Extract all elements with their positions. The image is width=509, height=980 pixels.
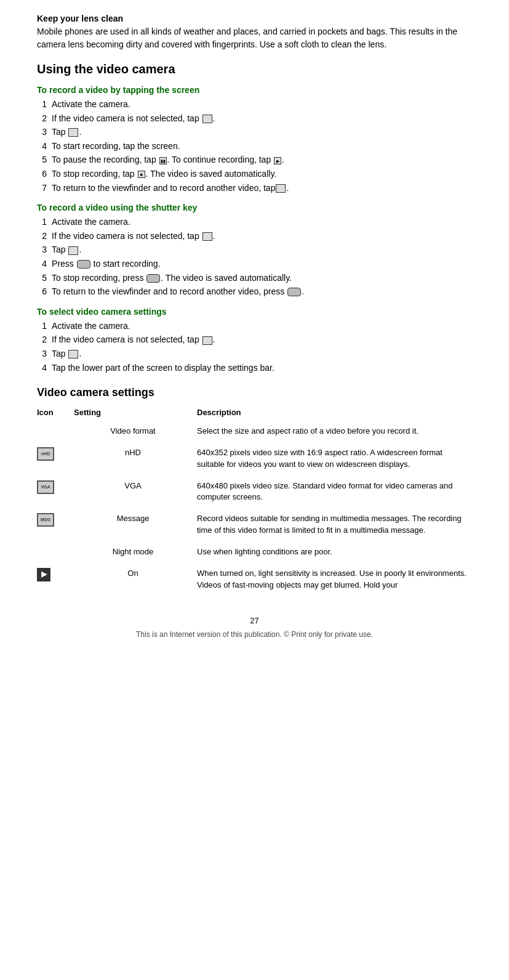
step-item: 5 To stop recording, press . The video i… — [37, 272, 472, 285]
table-row: MSG Message Record videos suitable for s… — [37, 509, 472, 543]
step-item: 2 If the video camera is not selected, t… — [37, 113, 472, 125]
row-description-vga: 640x480 pixels video size. Standard vide… — [197, 477, 472, 510]
section-title: Using the video camera — [37, 62, 472, 76]
pause-icon: ▮▮ — [159, 157, 167, 164]
shutter-button-icon — [77, 260, 90, 269]
table-row: nHD nHD 640x352 pixels video size with 1… — [37, 443, 472, 477]
step-item: 4 Press to start recording. — [37, 258, 472, 270]
steps-tapping: 1 Activate the camera. 2 If the video ca… — [37, 99, 472, 194]
row-icon-cell-nhd: nHD — [37, 443, 74, 477]
settings-table-title: Video camera settings — [37, 386, 472, 399]
step-item: 2 If the video camera is not selected, t… — [37, 230, 472, 243]
col-header-description: Description — [197, 405, 472, 422]
page-number: 27 — [37, 616, 472, 625]
video-icon-3 — [68, 350, 78, 358]
row-description-message: Record videos suitable for sending in mu… — [197, 509, 472, 543]
row-icon-cell-msg: MSG — [37, 509, 74, 543]
row-icon-cell — [37, 422, 74, 443]
step-item: 3 Tap . — [37, 126, 472, 139]
table-row: Video format Select the size and aspect … — [37, 422, 472, 443]
step-item: 6 To stop recording, tap ■. The video is… — [37, 168, 472, 180]
row-setting-name: Video format — [74, 422, 197, 443]
step-item: 1 Activate the camera. — [37, 320, 472, 333]
table-row: ▶ On When turned on, light sensitivity i… — [37, 564, 472, 597]
row-setting-vga: VGA — [74, 477, 197, 510]
step-item: 2 If the video camera is not selected, t… — [37, 334, 472, 346]
video-icon-2 — [68, 246, 78, 255]
col-header-setting: Setting — [74, 405, 197, 422]
row-icon-cell-night — [37, 543, 74, 564]
row-setting-on: On — [74, 564, 197, 597]
table-row: VGA VGA 640x480 pixels video size. Stand… — [37, 477, 472, 510]
step-item: 3 Tap . — [37, 244, 472, 256]
msg-icon: MSG — [37, 513, 54, 527]
return-icon — [276, 184, 286, 193]
row-description-on: When turned on, light sensitivity is inc… — [197, 564, 472, 597]
stop-icon: ■ — [138, 171, 145, 178]
on-icon: ▶ — [37, 568, 50, 581]
video-icon — [68, 128, 78, 137]
step-item: 5 To pause the recording, tap ▮▮. To con… — [37, 154, 472, 166]
subsection-title-tapping: To record a video by tapping the screen — [37, 85, 472, 95]
step-item: 3 Tap . — [37, 348, 472, 360]
subsection-title-settings: To select video camera settings — [37, 307, 472, 317]
camera-mode-icon — [202, 115, 212, 123]
step-item: 1 Activate the camera. — [37, 99, 472, 111]
play-icon: ▶ — [274, 157, 281, 164]
camera-mode-icon-2 — [202, 232, 212, 241]
row-icon-cell-vga: VGA — [37, 477, 74, 510]
row-setting-nightmode: Night mode — [74, 543, 197, 564]
subsection-title-shutter: To record a video using the shutter key — [37, 203, 472, 213]
row-description-nhd: 640x352 pixels video size with 16:9 aspe… — [197, 443, 472, 477]
step-item: 7 To return to the viewfinder and to rec… — [37, 182, 472, 195]
intro-title: Keep your lens clean — [37, 12, 472, 25]
settings-table: Icon Setting Description Video format Se… — [37, 405, 472, 597]
row-setting-message: Message — [74, 509, 197, 543]
row-setting-nhd: nHD — [74, 443, 197, 477]
step-item: 1 Activate the camera. — [37, 216, 472, 229]
vga-icon: VGA — [37, 480, 54, 494]
table-row: Night mode Use when lighting conditions … — [37, 543, 472, 564]
step-item: 4 Tap the lower part of the screen to di… — [37, 362, 472, 375]
steps-settings: 1 Activate the camera. 2 If the video ca… — [37, 320, 472, 374]
col-header-icon: Icon — [37, 405, 74, 422]
intro-body: Mobile phones are used in all kinds of w… — [37, 26, 457, 49]
step-item: 4 To start recording, tap the screen. — [37, 140, 472, 153]
shutter-button-icon-3 — [287, 288, 301, 296]
steps-shutter: 1 Activate the camera. 2 If the video ca… — [37, 216, 472, 298]
footer-text: This is an Internet version of this publ… — [37, 630, 472, 639]
row-description-nightmode: Use when lighting conditions are poor. — [197, 543, 472, 564]
shutter-button-icon-2 — [146, 274, 160, 283]
camera-mode-icon-3 — [202, 336, 212, 345]
row-icon-cell-on: ▶ — [37, 564, 74, 597]
nhd-icon: nHD — [37, 447, 54, 461]
intro-block: Keep your lens clean Mobile phones are u… — [37, 12, 472, 51]
row-description: Select the size and aspect ratio of a vi… — [197, 422, 472, 443]
step-item: 6 To return to the viewfinder and to rec… — [37, 286, 472, 298]
